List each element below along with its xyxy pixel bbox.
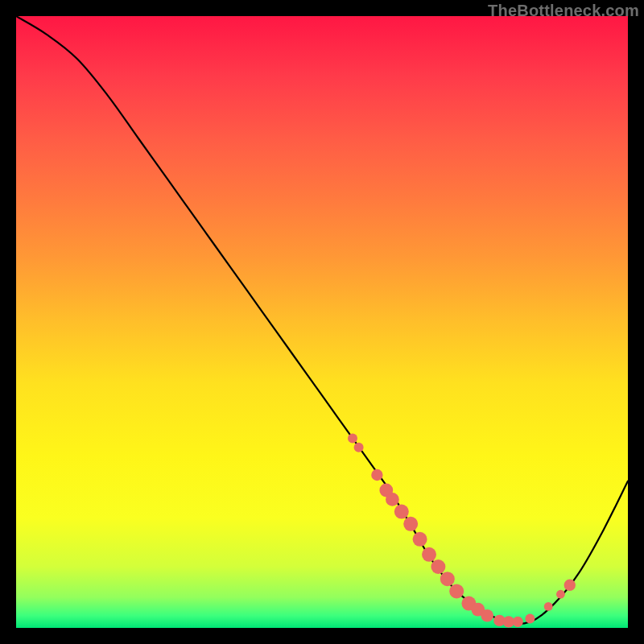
data-marker: [394, 505, 409, 519]
data-marker: [481, 609, 493, 622]
data-marker: [544, 602, 553, 611]
data-marker: [431, 559, 445, 574]
data-marker: [371, 469, 382, 481]
chart-container: TheBottleneck.com: [0, 0, 644, 644]
chart-svg: [16, 16, 628, 628]
data-marker: [422, 547, 436, 562]
data-marker: [386, 493, 399, 506]
data-marker: [556, 590, 565, 599]
bottleneck-curve: [16, 16, 628, 624]
data-marker: [413, 532, 427, 547]
watermark-text: TheBottleneck.com: [488, 2, 639, 20]
data-marker: [513, 617, 523, 627]
plot-area: [16, 16, 628, 628]
data-marker: [449, 584, 464, 598]
data-markers: [348, 433, 576, 627]
data-marker: [354, 443, 364, 452]
data-marker: [348, 433, 357, 443]
data-marker: [564, 580, 576, 591]
data-marker: [440, 572, 455, 586]
data-marker: [525, 614, 535, 624]
data-marker: [403, 517, 418, 531]
